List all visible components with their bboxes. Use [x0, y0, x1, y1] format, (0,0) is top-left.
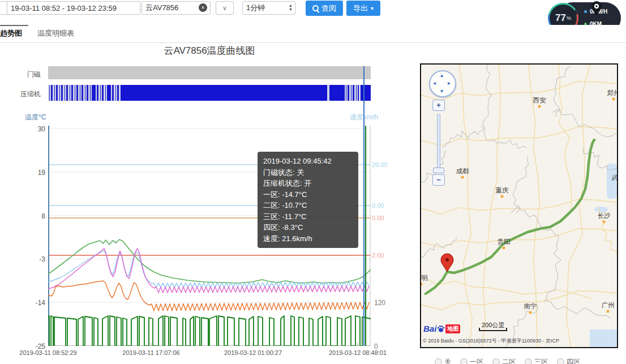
speed-dot-icon [584, 10, 587, 13]
tooltip-row: 门磁状态: 关 [263, 167, 353, 178]
svg-text:成都: 成都 [456, 168, 470, 174]
baidu-map[interactable]: 西安成都重庆贵阳长沙南宁武汉郑州广州昆明 [421, 65, 617, 347]
radio-icon[interactable] [492, 358, 500, 364]
tooltip-time: 2019-03-12 09:45:42 [263, 156, 353, 167]
y-right-axis-name: 速度km/h [338, 113, 378, 122]
zoom-in-button[interactable]: + [432, 100, 445, 111]
tooltip-row: 四区: -8.3°C [263, 222, 353, 233]
threshold-label: 2.00 [372, 252, 384, 259]
svg-text:南宁: 南宁 [524, 303, 537, 310]
compressor-segment-on [108, 85, 110, 101]
temperature-monitor-app: × ∨ 1分钟 ▲▼ 查阅 导出 ▾ 77% 0KM/H 0KM [0, 0, 626, 364]
svg-text:贵阳: 贵阳 [498, 238, 511, 246]
tooltip-row: 压缩机状态: 开 [263, 178, 353, 189]
threshold-label: 0.00 [372, 215, 384, 221]
legend-label: 一区 [470, 357, 483, 364]
compressor-segment-on [361, 85, 371, 101]
chart-cursor-line [363, 66, 365, 346]
svg-text:重庆: 重庆 [496, 187, 509, 194]
pan-up-icon[interactable]: ▴ [440, 72, 443, 78]
door-bar-label: 门磁 [0, 70, 41, 79]
legend-item-关[interactable]: 关 [435, 357, 451, 364]
tooltip-row: 一区: -14.7°C [263, 189, 353, 200]
chart-tooltip: 2019-03-12 09:45:42 门磁状态: 关压缩机状态: 开一区: -… [258, 152, 358, 248]
legend-item-四区[interactable]: 四区 [557, 357, 580, 364]
baidu-paw-icon [437, 325, 445, 332]
radio-icon[interactable] [525, 358, 532, 364]
compressor-bar-label: 压缩机 [0, 89, 41, 99]
y-left-tick: -3 [24, 255, 45, 263]
date-range-input[interactable] [7, 1, 140, 15]
zoom-out-button[interactable]: − [432, 174, 445, 186]
compressor-segment-on [93, 85, 95, 101]
svg-text:西安: 西安 [533, 97, 547, 104]
legend-item-一区[interactable]: 一区 [460, 357, 483, 364]
legend-item-三区[interactable]: 三区 [525, 357, 548, 364]
series-速度 [48, 316, 371, 346]
baidu-logo: Bai 地图 [423, 324, 460, 333]
search-icon [312, 5, 319, 11]
svg-text:广州: 广州 [602, 302, 615, 309]
legend-label: 二区 [502, 357, 516, 364]
compressor-segment-striped [345, 85, 359, 101]
y-left-tick: 19 [24, 169, 45, 177]
y-right-tick: 120 [374, 299, 385, 307]
legend-label: 四区 [567, 357, 580, 364]
x-axis-label: 2019-03-11 17:07:06 [122, 349, 179, 356]
query-button[interactable]: 查阅 [306, 1, 343, 16]
pan-left-icon[interactable]: ◂ [433, 80, 436, 86]
svg-text:长沙: 长沙 [598, 212, 611, 219]
compressor-segment-on [121, 85, 327, 101]
zoom-slider-track[interactable] [437, 114, 440, 172]
zoom-slider-handle[interactable] [433, 168, 444, 173]
pan-down-icon[interactable]: ▾ [440, 88, 443, 94]
map-copyright: © 2019 Baidu - GS(2018)5572号 - 甲测资字11009… [423, 337, 559, 345]
interval-select[interactable]: 1分钟 ▲▼ [242, 1, 295, 15]
zone-legend: 关一区二区三区四区 [435, 357, 580, 364]
y-left-axis-name: 温度°C [25, 113, 46, 122]
door-state-bar[interactable] [48, 66, 371, 79]
legend-label: 关 [444, 357, 451, 364]
tooltip-row: 三区: -11.7°C [263, 211, 353, 222]
active-tab-indicator [0, 25, 28, 26]
legend-item-二区[interactable]: 二区 [492, 357, 516, 364]
y-left-tick: -14 [24, 299, 45, 307]
svg-text:郑州: 郑州 [607, 89, 618, 96]
map-pan-control[interactable]: ▴ ▾ ◂ ▸ [429, 70, 456, 97]
compressor-segment-on [329, 85, 345, 101]
clear-icon[interactable]: × [199, 3, 207, 12]
y-left-tick: 8 [24, 212, 45, 220]
map-panel[interactable]: 西安成都重庆贵阳长沙南宁武汉郑州广州昆明 ▴ ▾ ◂ ▸ + − Bai 地图 … [420, 63, 618, 348]
x-axis-label: 2019-03-12 01:00:27 [224, 349, 282, 356]
tooltip-row: 速度: 21.6km/h [263, 233, 353, 245]
radio-icon[interactable] [557, 358, 564, 364]
tab-temperature-table[interactable]: 温度明细表 [37, 28, 74, 38]
chart-title: 云AV7856温度曲线图 [48, 44, 371, 57]
location-pin-icon[interactable] [590, 1, 603, 16]
vehicle-dropdown-button[interactable]: ∨ [216, 1, 234, 15]
stepper-icon[interactable]: ▲▼ [289, 3, 293, 11]
export-button[interactable]: 导出 ▾ [346, 1, 380, 16]
x-axis-label: 2019-03-12 08:48:01 [329, 349, 387, 356]
tooltip-row: 二区: -10.7°C [263, 200, 353, 211]
map-scale: 200公里 [479, 321, 507, 331]
chevron-down-icon: ▾ [371, 5, 374, 11]
radio-icon[interactable] [435, 358, 442, 364]
x-axis-label: 2019-03-11 08:52:29 [19, 349, 76, 356]
svg-text:昆明: 昆明 [421, 275, 428, 281]
radio-icon[interactable] [460, 358, 468, 364]
gauge-percent: 77 [555, 12, 566, 24]
legend-label: 三区 [534, 357, 548, 364]
tab-bar: 温度趋势图 温度明细表 [0, 25, 626, 43]
series-三区 [48, 281, 369, 311]
threshold-label: 0.00 [372, 202, 384, 209]
compressor-state-bar[interactable] [48, 85, 371, 101]
interval-value: 1分钟 [246, 3, 265, 12]
svg-text:武汉: 武汉 [612, 174, 618, 181]
y-left-tick: 30 [24, 125, 45, 133]
tab-trend-chart[interactable]: 温度趋势图 [0, 28, 22, 38]
threshold-label: 20.00 [372, 161, 388, 168]
pan-right-icon[interactable]: ▸ [448, 80, 451, 86]
